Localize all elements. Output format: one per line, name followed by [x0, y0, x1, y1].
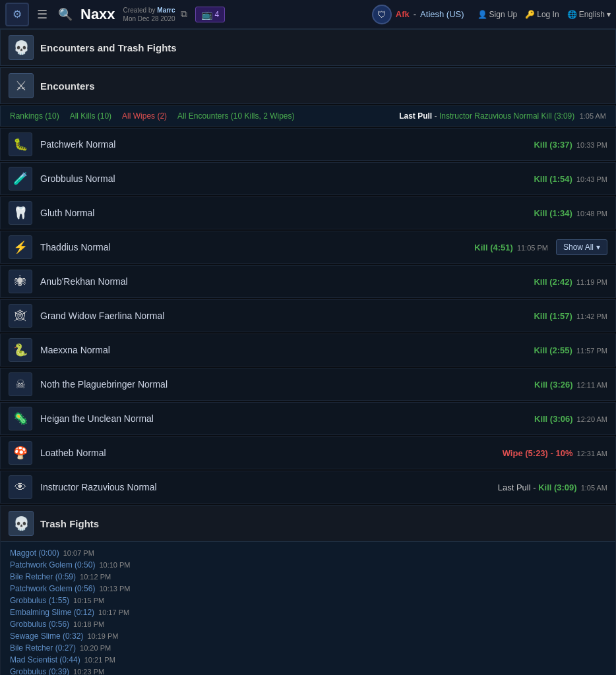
table-row[interactable]: 🦷Gluth NormalKill (1:34)10:48 PM — [0, 196, 616, 229]
sign-up-link[interactable]: 👤 Sign Up — [477, 10, 518, 19]
encounter-icon: 🦠 — [9, 407, 32, 430]
table-row[interactable]: 🍄Loatheb NormalWipe (5:23) - 10%12:31 AM — [0, 436, 616, 469]
table-row[interactable]: 👁Instructor Razuvious NormalLast Pull - … — [0, 471, 616, 504]
all-kills-filter[interactable]: All Kills (10) — [70, 111, 111, 121]
table-row[interactable]: 🦠Heigan the Unclean NormalKill (3:06)12:… — [0, 402, 616, 435]
table-row[interactable]: 🕷Anub'Rekhan NormalKill (2:42)11:19 PM — [0, 265, 616, 298]
log-in-link[interactable]: 🔑 Log In — [525, 10, 559, 19]
encounter-name: Maexxna Normal — [40, 345, 526, 355]
trash-item-time: 10:21 PM — [84, 656, 115, 664]
list-item[interactable]: Maggot (0:00)10:07 PM — [10, 548, 606, 558]
twitch-icon: 📺 — [201, 9, 212, 20]
trash-item-name: Patchwork Golem (0:50) — [10, 560, 95, 570]
table-row[interactable]: 🐍Maexxna NormalKill (2:55)11:57 PM — [0, 334, 616, 367]
encounter-time: 11:19 PM — [576, 278, 607, 286]
list-item[interactable]: Mad Scientist (0:44)10:21 PM — [10, 655, 606, 664]
all-encounters-filter[interactable]: All Encounters (10 Kills, 2 Wipes) — [177, 111, 294, 121]
twitch-button[interactable]: 📺 4 — [195, 7, 226, 22]
encounter-result: Last Pull - Kill (3:09)1:05 AM — [498, 483, 607, 492]
afk-label: Afk — [396, 9, 410, 19]
list-item[interactable]: Grobbulus (0:39)10:23 PM — [10, 667, 606, 675]
show-all-button[interactable]: Show All ▾ — [556, 239, 607, 255]
site-name: Naxx — [80, 6, 115, 23]
encounter-name: Grand Widow Faerlina Normal — [40, 310, 526, 321]
kill-text: Kill (4:51) — [474, 243, 513, 252]
lang-chevron-icon: ▾ — [607, 10, 611, 19]
trash-item-time: 10:23 PM — [73, 668, 104, 675]
created-by-info: Created by Marrc Mon Dec 28 2020 — [123, 6, 175, 23]
realm-info: 🛡 Afk - Atiesh (US) — [372, 5, 464, 24]
encounters-title: Encounters — [40, 80, 95, 92]
sign-up-label: Sign Up — [489, 10, 518, 19]
kill-text: Kill (1:54) — [534, 174, 572, 184]
encounter-name: Patchwerk Normal — [40, 139, 526, 150]
list-item[interactable]: Sewage Slime (0:32)10:19 PM — [10, 631, 606, 641]
last-pull-value: Instructor Razuvious Normal Kill (3:09) — [439, 111, 574, 121]
encounter-result: Kill (2:55)11:57 PM — [534, 345, 607, 355]
trash-item-time: 10:15 PM — [73, 597, 104, 604]
encounter-time: 11:57 PM — [576, 347, 607, 355]
encounter-time: 12:11 AM — [577, 381, 607, 389]
table-row[interactable]: 🕸Grand Widow Faerlina NormalKill (1:57)1… — [0, 299, 616, 332]
trash-item-name: Sewage Slime (0:32) — [10, 631, 83, 641]
list-item[interactable]: Bile Retcher (0:27)10:20 PM — [10, 643, 606, 653]
encounter-icon: 👁 — [9, 475, 32, 499]
list-item[interactable]: Embalming Slime (0:12)10:17 PM — [10, 608, 606, 617]
kill-text: Kill (2:55) — [534, 345, 572, 355]
kill-text: Kill (3:06) — [534, 414, 573, 424]
trash-item-time: 10:19 PM — [87, 632, 118, 640]
list-item[interactable]: Bile Retcher (0:59)10:12 PM — [10, 572, 606, 581]
twitch-count: 4 — [215, 10, 220, 19]
table-row[interactable]: ⚡Thaddius NormalKill (4:51)11:05 PMShow … — [0, 231, 616, 264]
last-pull-label: Last Pull — [399, 111, 432, 121]
encounter-icon: ☠ — [9, 372, 32, 396]
all-wipes-filter[interactable]: All Wipes (2) — [122, 111, 167, 121]
list-item[interactable]: Grobbulus (1:55)10:15 PM — [10, 596, 606, 605]
site-logo: ⚙ — [5, 3, 29, 26]
trash-item-name: Grobbulus (0:39) — [10, 667, 69, 675]
trash-item-name: Embalming Slime (0:12) — [10, 608, 94, 617]
rankings-filter[interactable]: Rankings (10) — [10, 111, 59, 121]
search-icon[interactable]: 🔍 — [55, 5, 75, 24]
kill-text: Kill (2:42) — [534, 277, 572, 287]
language-selector[interactable]: 🌐 English ▾ — [567, 10, 611, 19]
kill-text: Kill (1:57) — [534, 311, 572, 321]
table-row[interactable]: 🐛Patchwerk NormalKill (3:37)10:33 PM — [0, 128, 616, 161]
trash-icon: 💀 — [9, 511, 34, 536]
hamburger-menu-icon[interactable]: ☰ — [34, 5, 50, 24]
encounter-result: Kill (1:34)10:48 PM — [534, 208, 607, 218]
encounter-result: Kill (3:06)12:20 AM — [534, 414, 607, 424]
encounter-name: Grobbulus Normal — [40, 173, 526, 184]
trash-item-time: 10:10 PM — [99, 561, 130, 569]
encounter-icon: ⚡ — [9, 235, 32, 259]
trash-item-name: Patchwork Golem (0:56) — [10, 584, 95, 593]
encounter-result: Kill (4:51)11:05 PM — [474, 243, 548, 252]
encounters-icon: ⚔ — [9, 73, 34, 98]
realm-name: Atiesh (US) — [420, 9, 464, 19]
encounter-list: 🐛Patchwerk NormalKill (3:37)10:33 PM🧪Gro… — [0, 128, 616, 504]
trash-item-time: 10:13 PM — [99, 585, 130, 593]
list-item[interactable]: Patchwork Golem (0:50)10:10 PM — [10, 560, 606, 570]
nav-links: 👤 Sign Up 🔑 Log In 🌐 English ▾ — [477, 10, 611, 19]
encounter-name: Heigan the Unclean Normal — [40, 413, 526, 424]
kill-text: Kill (1:34) — [534, 208, 572, 218]
list-item[interactable]: Patchwork Golem (0:56)10:13 PM — [10, 584, 606, 593]
realm-separator: - — [414, 9, 416, 19]
encounter-time: 10:43 PM — [576, 175, 607, 183]
encounter-icon: 🍄 — [9, 441, 32, 465]
encounter-time: 1:05 AM — [581, 484, 607, 492]
encounter-icon: 🐛 — [9, 132, 32, 156]
table-row[interactable]: 🧪Grobbulus NormalKill (1:54)10:43 PM — [0, 162, 616, 195]
creator-date: Mon Dec 28 2020 — [123, 15, 175, 23]
table-row[interactable]: ☠Noth the Plaguebringer NormalKill (3:26… — [0, 368, 616, 401]
kill-text: Kill (3:37) — [534, 140, 572, 150]
trash-item-name: Grobbulus (1:55) — [10, 596, 69, 605]
list-item[interactable]: Grobbulus (0:56)10:18 PM — [10, 620, 606, 629]
encounter-result: Kill (1:57)11:42 PM — [534, 311, 607, 321]
copy-icon[interactable]: ⧉ — [181, 9, 187, 20]
encounter-result: Kill (1:54)10:43 PM — [534, 174, 607, 184]
encounter-time: 12:31 AM — [577, 450, 607, 457]
trash-item-time: 10:18 PM — [73, 620, 104, 628]
last-pull-time: 1:05 AM — [580, 112, 606, 120]
trash-item-name: Bile Retcher (0:27) — [10, 643, 76, 653]
